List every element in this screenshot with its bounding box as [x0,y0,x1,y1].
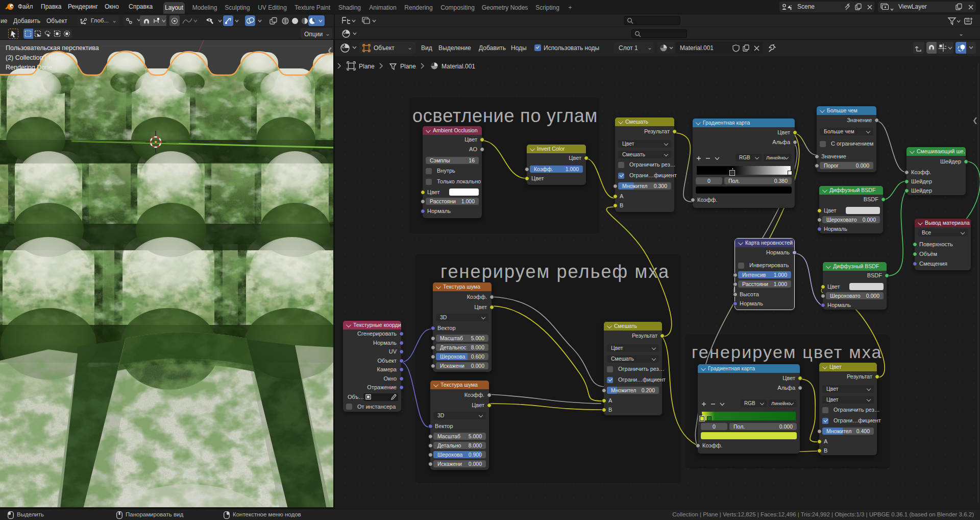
svg-text:Rendering Done: Rendering Done [6,64,52,71]
svg-text:❮: ❮ [327,46,333,55]
svg-text:Пользовательская перспектива: Пользовательская перспектива [6,44,99,52]
svg-text:(2) Collection | Plane: (2) Collection | Plane [6,54,65,61]
